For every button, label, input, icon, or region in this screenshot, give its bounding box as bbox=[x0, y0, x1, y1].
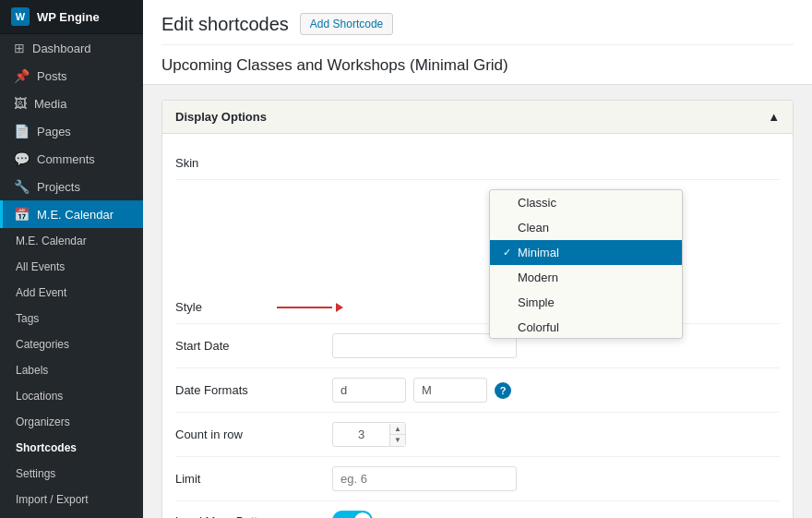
display-options-section: Display Options ▲ Skin Classic bbox=[161, 100, 794, 518]
dropdown-option-classic[interactable]: Classic bbox=[490, 190, 682, 215]
sidebar-item-label: Pages bbox=[37, 125, 71, 139]
sidebar-item-label: Media bbox=[34, 97, 66, 111]
sidebar-item-label: Import / Export bbox=[16, 493, 89, 506]
sidebar-item-projects[interactable]: 🔧 Projects bbox=[0, 173, 143, 200]
sidebar-item-label: Shortcodes bbox=[16, 441, 77, 454]
sidebar-item-import-export[interactable]: Import / Export bbox=[0, 487, 143, 512]
sidebar-item-me-calendar[interactable]: M.E. Calendar bbox=[0, 228, 143, 254]
sidebar-item-locations[interactable]: Locations bbox=[0, 383, 143, 409]
section-body: Skin Classic Clean bbox=[162, 134, 793, 518]
start-date-label: Start Date bbox=[175, 339, 332, 353]
limit-label: Limit bbox=[175, 472, 332, 486]
count-in-row-row: Count in row 3 ▲ ▼ bbox=[175, 413, 780, 457]
media-icon: 🖼 bbox=[14, 96, 27, 111]
sidebar-item-me-calendar-main[interactable]: 📅 M.E. Calendar bbox=[0, 200, 143, 228]
load-more-label: Load More Button bbox=[175, 514, 332, 519]
sidebar-item-pages[interactable]: 📄 Pages bbox=[0, 117, 143, 145]
sidebar-item-categories[interactable]: Categories bbox=[0, 331, 143, 357]
dropdown-label-classic: Classic bbox=[518, 196, 556, 210]
sidebar-item-label: Organizers bbox=[16, 416, 70, 428]
spinner-buttons: ▲ ▼ bbox=[389, 424, 405, 446]
load-more-toggle[interactable] bbox=[332, 511, 373, 518]
shortcode-name: Upcoming Classes and Workshops (Minimal … bbox=[161, 44, 794, 84]
pages-icon: 📄 bbox=[14, 124, 30, 139]
sidebar-item-tags[interactable]: Tags bbox=[0, 306, 143, 331]
limit-control bbox=[332, 466, 780, 491]
sidebar-item-label: Labels bbox=[16, 364, 48, 377]
arrow-line bbox=[277, 307, 332, 308]
add-shortcode-button[interactable]: Add Shortcode bbox=[300, 13, 393, 35]
logo-icon: W bbox=[11, 7, 30, 26]
load-more-row: Load More Button bbox=[175, 501, 780, 518]
count-spinner[interactable]: 3 ▲ ▼ bbox=[332, 422, 406, 447]
sidebar-item-add-event[interactable]: Add Event bbox=[0, 280, 143, 306]
count-in-row-label: Count in row bbox=[175, 428, 332, 441]
dropdown-label-modern: Modern bbox=[518, 271, 558, 284]
collapse-icon[interactable]: ▲ bbox=[768, 110, 780, 124]
spinner-up-button[interactable]: ▲ bbox=[390, 424, 405, 435]
sidebar-item-label: Dashboard bbox=[32, 42, 91, 55]
arrow-indicator bbox=[277, 303, 343, 312]
sidebar-item-settings[interactable]: Settings bbox=[0, 461, 143, 487]
skin-label: Skin bbox=[175, 156, 332, 170]
calendar-submenu: M.E. Calendar All Events Add Event Tags … bbox=[0, 228, 143, 512]
date-format-2-input[interactable] bbox=[413, 378, 487, 403]
arrow-head bbox=[336, 303, 343, 312]
check-minimal: ✓ bbox=[501, 247, 512, 259]
section-title: Display Options bbox=[175, 110, 267, 124]
wp-engine-logo[interactable]: W WP Engine bbox=[0, 0, 143, 34]
sidebar-item-posts[interactable]: 📌 Posts bbox=[0, 62, 143, 90]
sidebar-item-label: Tags bbox=[16, 312, 39, 325]
sidebar: W WP Engine ⊞ Dashboard 📌 Posts 🖼 Media … bbox=[0, 0, 143, 518]
sidebar-item-label: Projects bbox=[37, 180, 80, 194]
sidebar-item-label: M.E. Calendar bbox=[37, 208, 113, 222]
sidebar-item-comments[interactable]: 💬 Comments bbox=[0, 145, 143, 173]
date-formats-row: Date Formats ? bbox=[175, 368, 780, 413]
sidebar-item-label: Locations bbox=[16, 390, 63, 403]
section-header[interactable]: Display Options ▲ bbox=[162, 101, 793, 134]
title-row: Edit shortcodes Add Shortcode bbox=[161, 13, 794, 35]
dropdown-option-minimal[interactable]: ✓ Minimal bbox=[490, 240, 682, 265]
main-content: Edit shortcodes Add Shortcode Upcoming C… bbox=[143, 0, 812, 518]
sidebar-item-organizers[interactable]: Organizers bbox=[0, 409, 143, 435]
style-dropdown[interactable]: Classic Clean ✓ Minimal bbox=[489, 189, 683, 339]
calendar-icon: 📅 bbox=[14, 207, 30, 222]
load-more-control bbox=[332, 511, 780, 518]
date-formats-label: Date Formats bbox=[175, 383, 332, 397]
sidebar-item-dashboard[interactable]: ⊞ Dashboard bbox=[0, 34, 143, 62]
sidebar-item-label: Add Event bbox=[16, 286, 66, 299]
skin-row: Skin Classic Clean bbox=[175, 147, 780, 180]
help-icon[interactable]: ? bbox=[495, 382, 511, 399]
comments-icon: 💬 bbox=[14, 151, 30, 166]
dropdown-label-simple: Simple bbox=[518, 295, 555, 309]
sidebar-item-labels[interactable]: Labels bbox=[0, 357, 143, 383]
start-date-row: Start Date bbox=[175, 324, 780, 368]
dropdown-option-simple[interactable]: Simple bbox=[490, 290, 682, 315]
dropdown-label-clean: Clean bbox=[518, 221, 549, 235]
date-format-1-input[interactable] bbox=[332, 378, 406, 403]
dropdown-option-modern[interactable]: Modern bbox=[490, 265, 682, 290]
content-area: Display Options ▲ Skin Classic bbox=[143, 85, 812, 518]
sidebar-item-shortcodes[interactable]: Shortcodes bbox=[0, 435, 143, 461]
posts-icon: 📌 bbox=[14, 68, 30, 83]
sidebar-item-label: All Events bbox=[16, 260, 65, 273]
dropdown-label-colorful: Colorful bbox=[518, 320, 559, 334]
projects-icon: 🔧 bbox=[14, 179, 30, 194]
dropdown-option-colorful[interactable]: Colorful bbox=[490, 315, 682, 338]
sidebar-item-media[interactable]: 🖼 Media bbox=[0, 90, 143, 117]
logo-text: WP Engine bbox=[37, 10, 100, 24]
spinner-down-button[interactable]: ▼ bbox=[390, 435, 405, 446]
dropdown-scroll[interactable]: Classic Clean ✓ Minimal bbox=[490, 190, 682, 338]
spinner-value: 3 bbox=[333, 423, 389, 446]
toggle-knob bbox=[354, 512, 371, 518]
dropdown-option-clean[interactable]: Clean bbox=[490, 215, 682, 240]
sidebar-item-label: Settings bbox=[16, 467, 55, 480]
count-in-row-control: 3 ▲ ▼ bbox=[332, 422, 780, 447]
sidebar-item-all-events[interactable]: All Events bbox=[0, 254, 143, 280]
page-title: Edit shortcodes bbox=[161, 14, 289, 35]
sidebar-item-label: M.E. Calendar bbox=[16, 235, 87, 247]
sidebar-item-label: Comments bbox=[37, 152, 95, 166]
limit-input[interactable] bbox=[332, 466, 517, 491]
sidebar-item-label: Categories bbox=[16, 338, 69, 351]
limit-row: Limit bbox=[175, 457, 780, 501]
